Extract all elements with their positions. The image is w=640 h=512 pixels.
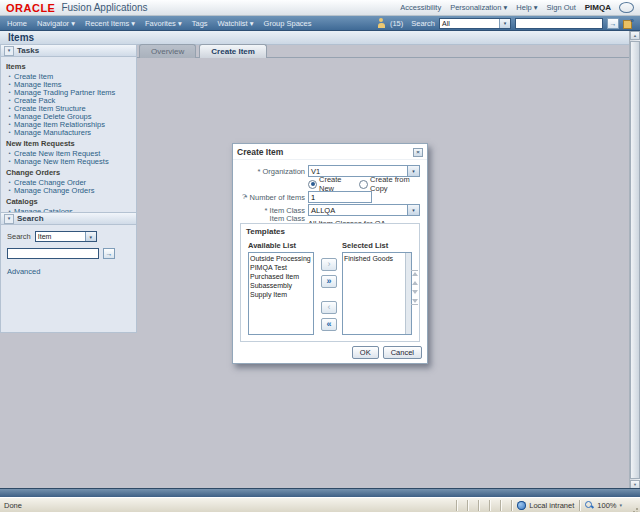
collapse-icon[interactable]: ▾	[4, 214, 14, 224]
available-list-item[interactable]: Outside Processing Item	[250, 254, 312, 263]
move-up-icon[interactable]	[412, 281, 418, 285]
collapse-icon[interactable]: ▾	[4, 46, 14, 56]
search-type-select[interactable]: Item ▾	[35, 231, 97, 242]
search-field-label: Search	[7, 232, 31, 241]
page-title-bar: Items	[0, 31, 640, 45]
search-scope-value: All	[440, 20, 499, 27]
available-list[interactable]: Outside Processing ItemPIMQA TestPurchas…	[248, 252, 314, 335]
top-link-accessibility[interactable]: Accessibility	[400, 3, 441, 12]
top-link-help[interactable]: Help ▾	[516, 3, 537, 12]
move-to-bottom-icon[interactable]	[411, 299, 418, 305]
close-icon[interactable]: ×	[413, 148, 423, 157]
bullet-icon: •	[5, 81, 14, 87]
top-link-personalization[interactable]: Personalization ▾	[450, 3, 507, 12]
available-list-item[interactable]: Purchased Item	[250, 272, 312, 281]
selected-list-label: Selected List	[342, 241, 388, 250]
dialog-title-bar: Create Item ×	[233, 144, 427, 160]
create-from-copy-radio[interactable]	[359, 180, 368, 189]
selected-list[interactable]: Finished Goods	[342, 252, 412, 335]
move-selected-icon[interactable]: ›	[321, 258, 337, 271]
item-class-value: ALLQA	[309, 206, 407, 215]
dialog-fields: * Organization V1 ▾ Create New Create fr…	[233, 165, 427, 229]
navigation-bar: HomeNavigator ▾Recent Items ▾Favorites ▾…	[0, 16, 640, 31]
alerts-count[interactable]: (15)	[390, 19, 403, 28]
cancel-button[interactable]: Cancel	[383, 346, 422, 359]
top-link-sign-out[interactable]: Sign Out	[547, 3, 576, 12]
advanced-search-link[interactable]: Advanced	[7, 267, 40, 276]
bullet-icon: •	[5, 113, 14, 119]
ok-button[interactable]: OK	[352, 346, 379, 359]
current-user-label: PIMQA	[585, 3, 611, 12]
templates-header: Templates	[246, 227, 285, 236]
magnifier-icon	[585, 501, 594, 510]
item-class-select[interactable]: ALLQA ▾	[308, 204, 420, 216]
available-list-item[interactable]: Supply Item	[250, 290, 312, 299]
nav-item-group-spaces[interactable]: Group Spaces	[264, 19, 312, 28]
bullet-icon: •	[5, 73, 14, 79]
tasks-panel-header[interactable]: ▾ Tasks	[0, 44, 137, 57]
move-down-icon[interactable]	[412, 290, 418, 294]
navbar-menu: HomeNavigator ▾Recent Items ▾Favorites ▾…	[7, 19, 312, 28]
tab-create-item[interactable]: Create Item	[199, 44, 267, 58]
bullet-icon: •	[5, 129, 14, 135]
number-of-items-input[interactable]	[308, 191, 372, 203]
sidebar-task-row: •Manage New Item Requests	[5, 157, 126, 165]
product-title: Fusion Applications	[61, 2, 147, 13]
nav-item-watchlist[interactable]: Watchlist ▾	[218, 19, 254, 28]
tab-overview[interactable]: Overview	[139, 44, 196, 58]
zoom-cell[interactable]: 100% ▾	[579, 500, 627, 511]
selected-list-item[interactable]: Finished Goods	[344, 254, 405, 263]
move-to-top-icon[interactable]	[411, 270, 418, 276]
advanced-search-icon[interactable]	[623, 18, 633, 28]
sidebar-section-title: Items	[6, 62, 126, 71]
bullet-icon: •	[5, 105, 14, 111]
search-go-button[interactable]: →	[607, 18, 619, 29]
scroll-thumb[interactable]	[630, 41, 640, 479]
chevron-down-icon[interactable]: ▾	[499, 19, 510, 28]
nav-item-home[interactable]: Home	[7, 19, 27, 28]
navbar-right: (15) Search All ▾ →	[377, 18, 633, 29]
browser-scrollbar[interactable]: ▲ ▼	[629, 31, 640, 489]
oracle-fusion-window: { "colors": { "oracle_red": "#e10500", "…	[0, 0, 640, 512]
sidebar-search-input[interactable]	[7, 248, 99, 259]
sidebar-section-title: Change Orders	[6, 168, 126, 177]
global-search-input[interactable]	[515, 18, 603, 29]
nav-item-tags[interactable]: Tags	[192, 19, 208, 28]
bullet-icon: •	[5, 187, 14, 193]
remove-selected-icon[interactable]: ‹	[321, 301, 337, 314]
bullet-icon: •	[5, 89, 14, 95]
sidebar-link-manage-manufacturers[interactable]: Manage Manufacturers	[14, 128, 91, 137]
organization-label: * Organization	[233, 167, 305, 176]
tab-bar: OverviewCreate Item	[139, 44, 270, 58]
chevron-down-icon[interactable]: ▾	[407, 205, 419, 215]
chat-bubble-icon[interactable]	[619, 2, 634, 13]
create-new-radio[interactable]	[308, 180, 317, 189]
sidebar-link-manage-change-orders[interactable]: Manage Change Orders	[14, 186, 94, 195]
nav-item-recent-items[interactable]: Recent Items ▾	[85, 19, 135, 28]
move-all-icon[interactable]: »	[321, 275, 337, 288]
sidebar-task-row: •Manage Change Orders	[5, 186, 126, 194]
globe-icon	[517, 501, 526, 510]
nav-item-navigator[interactable]: Navigator ▾	[37, 19, 75, 28]
nav-item-favorites[interactable]: Favorites ▾	[145, 19, 182, 28]
templates-section: Templates Available List Selected List O…	[240, 223, 420, 342]
chevron-down-icon[interactable]: ▾	[85, 232, 96, 241]
search-panel-header[interactable]: ▾ Search	[0, 212, 137, 225]
person-icon[interactable]	[377, 18, 386, 28]
search-scope-select[interactable]: All ▾	[439, 18, 511, 29]
zoom-level: 100%	[597, 501, 616, 510]
page-title: Items	[0, 31, 640, 43]
sidebar-section-title: Catalogs	[6, 197, 126, 206]
remove-all-icon[interactable]: «	[321, 318, 337, 331]
resize-grip[interactable]	[627, 499, 640, 512]
available-list-item[interactable]: Subassembly	[250, 281, 312, 290]
available-list-item[interactable]: PIMQA Test	[250, 263, 312, 272]
sidebar-search-go-button[interactable]: →	[103, 248, 115, 259]
available-list-label: Available List	[248, 241, 296, 250]
scroll-up-icon[interactable]: ▲	[630, 31, 640, 40]
sidebar-link-manage-new-item-requests[interactable]: Manage New Item Requests	[14, 157, 109, 166]
bullet-icon: •	[5, 150, 14, 156]
top-branding-bar: ORACLE Fusion Applications Accessibility…	[0, 0, 640, 16]
help-icon[interactable]: ?	[242, 192, 246, 201]
chevron-down-icon[interactable]: ▾	[619, 502, 622, 508]
